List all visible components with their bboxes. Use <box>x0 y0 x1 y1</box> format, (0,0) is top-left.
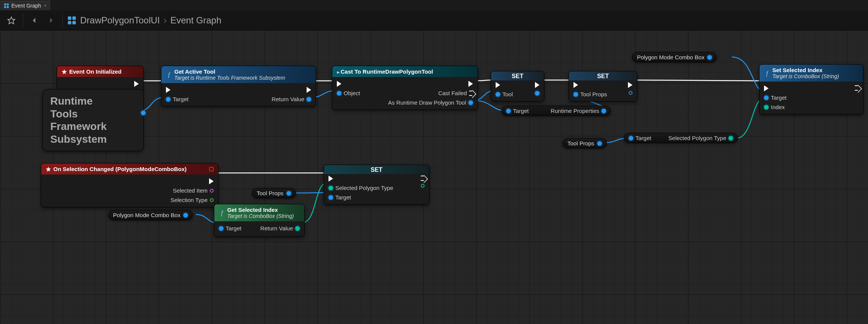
pin-out[interactable] <box>535 91 539 96</box>
close-icon[interactable]: × <box>43 3 48 8</box>
node-cast-to-runtimedrawpolygontool[interactable]: Cast To RuntimeDrawPolygonTool Object Ca… <box>332 66 478 110</box>
pin-selected-polygon-type[interactable]: Selected Polygon Type <box>329 185 393 191</box>
node-header: On Selection Changed (PolygonModeComboBo… <box>41 164 218 174</box>
event-icon <box>62 69 67 74</box>
pin-selected-polygon-type[interactable]: Selected Polygon Type <box>668 135 733 141</box>
node-title: SET <box>491 71 544 80</box>
back-button[interactable] <box>28 14 41 27</box>
event-icon <box>46 167 51 172</box>
output-pin[interactable] <box>597 141 602 146</box>
breadcrumb-item[interactable]: Event Graph <box>170 15 222 26</box>
node-get-active-tool[interactable]: f Get Active Tool Target is Runtime Tool… <box>161 66 316 106</box>
tab-label: Event Graph <box>11 3 41 9</box>
node-var-polygon-mode-combo-box[interactable]: Polygon Mode Combo Box <box>632 52 717 62</box>
breadcrumb: DrawPolygonToolUI › Event Graph <box>67 15 222 26</box>
exec-out-pin[interactable] <box>209 178 214 184</box>
node-get-selected-index[interactable]: f Get Selected Index Target is ComboBox … <box>214 204 305 237</box>
node-title: SET <box>569 71 637 80</box>
node-selected-polygon-type[interactable]: Target Selected Polygon Type <box>624 133 738 143</box>
svg-rect-5 <box>68 16 71 20</box>
exec-out-pin[interactable] <box>421 176 425 181</box>
exec-out-pin[interactable] <box>855 85 859 91</box>
pin-out[interactable] <box>421 184 425 188</box>
output-pin[interactable] <box>141 111 146 115</box>
node-set-selected-index[interactable]: f Set Selected Index Target is ComboBox … <box>759 64 863 114</box>
separator <box>23 14 23 27</box>
exec-in-pin[interactable] <box>496 82 500 88</box>
exec-in-pin[interactable] <box>329 176 333 182</box>
pin-target[interactable]: Target <box>506 108 529 114</box>
ref-text: Runtime <box>50 95 136 108</box>
pin-tool-props[interactable]: Tool Props <box>574 91 607 97</box>
node-title: On Selection Changed (PolygonModeComboBo… <box>53 166 187 172</box>
node-set-selected-polygon-type[interactable]: SET Selected Polygon Type Target <box>324 165 429 205</box>
node-var-tool-props[interactable]: Tool Props <box>563 138 607 148</box>
tab-event-graph[interactable]: Event Graph × <box>0 1 50 10</box>
node-var-tool-props[interactable]: Tool Props <box>252 188 296 198</box>
node-title: SET <box>324 165 429 174</box>
node-title: Event On Initialized <box>69 68 121 75</box>
exec-out-pin[interactable] <box>468 81 473 87</box>
pin-as-runtime-draw-polygon-tool[interactable]: As Runtime Draw Polygon Tool <box>388 99 473 106</box>
ref-text: Tools <box>50 108 136 120</box>
node-header: f Set Selected Index Target is ComboBox … <box>760 65 863 82</box>
node-subtitle: Target is ComboBox (String) <box>227 213 294 219</box>
blueprint-icon <box>67 16 76 25</box>
graph-canvas[interactable]: Event On Initialized Runtime Tools Frame… <box>0 30 868 324</box>
exec-out-pin[interactable] <box>628 82 632 88</box>
pin-object[interactable]: Object <box>337 90 360 96</box>
exec-in-pin[interactable] <box>574 82 578 88</box>
function-icon: f <box>219 210 225 216</box>
node-title: Set Selected Index <box>772 67 839 73</box>
var-label: Tool Props <box>567 140 594 147</box>
exec-out-pin[interactable] <box>307 87 311 93</box>
node-on-selection-changed[interactable]: On Selection Changed (PolygonModeComboBo… <box>41 163 219 207</box>
pin-tool[interactable]: Tool <box>496 91 513 97</box>
exec-in-pin[interactable] <box>764 85 769 91</box>
node-title: Cast To RuntimeDrawPolygonTool <box>341 68 433 75</box>
function-icon: f <box>764 70 770 76</box>
exec-out-pin[interactable] <box>134 81 139 87</box>
exec-out-pin[interactable] <box>535 82 539 88</box>
var-label: Polygon Mode Combo Box <box>637 54 704 60</box>
node-title: Get Selected Index <box>227 207 294 213</box>
svg-rect-6 <box>73 16 76 20</box>
exec-in-pin[interactable] <box>337 81 341 87</box>
pin-index[interactable]: Index <box>764 104 787 110</box>
output-pin[interactable] <box>183 213 188 218</box>
exec-in-pin[interactable] <box>166 87 170 93</box>
node-subtitle: Target is Runtime Tools Framework Subsys… <box>174 75 285 81</box>
toolbar: DrawPolygonToolUI › Event Graph <box>0 11 868 30</box>
pin-return-value[interactable]: Return Value <box>260 225 300 231</box>
delegate-icon <box>209 167 214 171</box>
pin-target[interactable]: Target <box>629 135 651 141</box>
pin-cast-failed[interactable]: Cast Failed <box>438 90 473 96</box>
pin-target[interactable]: Target <box>329 194 393 201</box>
pin-target[interactable]: Target <box>166 96 189 102</box>
cast-icon <box>337 68 338 75</box>
forward-button[interactable] <box>44 14 58 27</box>
output-pin[interactable] <box>287 191 291 196</box>
node-set-tool[interactable]: SET Tool <box>491 71 544 102</box>
pin-return-value[interactable]: Return Value <box>272 96 311 102</box>
pin-out[interactable] <box>629 91 632 95</box>
node-runtime-properties[interactable]: Target Runtime Properties <box>501 106 611 116</box>
favorite-button[interactable] <box>5 14 18 27</box>
ref-text: Subsystem <box>50 133 136 146</box>
breadcrumb-item[interactable]: DrawPolygonToolUI <box>80 15 160 26</box>
node-runtime-subsystem-ref[interactable]: Runtime Tools Framework Subsystem <box>42 89 144 151</box>
svg-rect-2 <box>4 6 6 8</box>
node-set-tool-props[interactable]: SET Tool Props <box>569 71 637 102</box>
output-pin[interactable] <box>707 55 712 60</box>
pin-runtime-properties[interactable]: Runtime Properties <box>551 108 606 114</box>
blueprint-icon <box>4 3 9 8</box>
var-label: Polygon Mode Combo Box <box>113 212 180 218</box>
node-event-on-initialized[interactable]: Event On Initialized <box>57 66 144 93</box>
svg-rect-0 <box>4 3 6 5</box>
node-header: f Get Active Tool Target is Runtime Tool… <box>161 66 316 83</box>
pin-target[interactable]: Target <box>219 225 242 231</box>
node-var-polygon-mode-combo-box[interactable]: Polygon Mode Combo Box <box>108 210 193 220</box>
pin-target[interactable]: Target <box>764 94 787 101</box>
pin-selection-type[interactable]: Selection Type <box>170 197 214 203</box>
pin-selected-item[interactable]: Selected Item <box>173 187 214 194</box>
